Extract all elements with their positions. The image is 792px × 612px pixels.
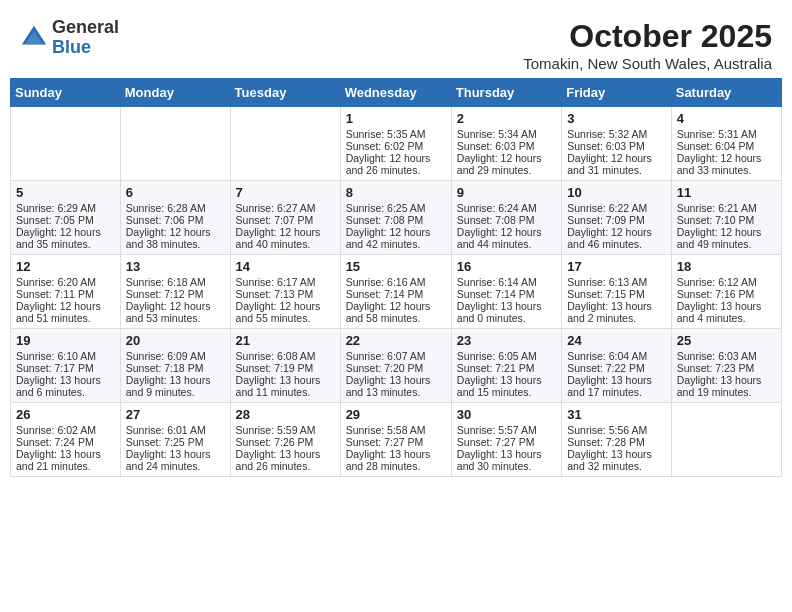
- day-detail: Sunrise: 6:10 AM: [16, 350, 115, 362]
- day-detail: and 44 minutes.: [457, 238, 556, 250]
- day-detail: Sunset: 7:07 PM: [236, 214, 335, 226]
- calendar-cell: 15Sunrise: 6:16 AMSunset: 7:14 PMDayligh…: [340, 255, 451, 329]
- day-detail: and 40 minutes.: [236, 238, 335, 250]
- calendar-cell: 20Sunrise: 6:09 AMSunset: 7:18 PMDayligh…: [120, 329, 230, 403]
- calendar-cell: 13Sunrise: 6:18 AMSunset: 7:12 PMDayligh…: [120, 255, 230, 329]
- day-number: 28: [236, 407, 335, 422]
- day-detail: Daylight: 13 hours: [346, 448, 446, 460]
- day-detail: and 6 minutes.: [16, 386, 115, 398]
- day-detail: Daylight: 12 hours: [16, 300, 115, 312]
- calendar-cell: 8Sunrise: 6:25 AMSunset: 7:08 PMDaylight…: [340, 181, 451, 255]
- day-detail: Sunset: 7:09 PM: [567, 214, 666, 226]
- day-detail: Daylight: 12 hours: [346, 226, 446, 238]
- day-detail: Sunrise: 5:35 AM: [346, 128, 446, 140]
- day-number: 16: [457, 259, 556, 274]
- day-number: 17: [567, 259, 666, 274]
- day-number: 6: [126, 185, 225, 200]
- calendar-table: SundayMondayTuesdayWednesdayThursdayFrid…: [10, 78, 782, 477]
- calendar-cell: 6Sunrise: 6:28 AMSunset: 7:06 PMDaylight…: [120, 181, 230, 255]
- calendar-cell: 18Sunrise: 6:12 AMSunset: 7:16 PMDayligh…: [671, 255, 781, 329]
- day-detail: and 31 minutes.: [567, 164, 666, 176]
- day-detail: Sunrise: 6:27 AM: [236, 202, 335, 214]
- day-number: 20: [126, 333, 225, 348]
- calendar-cell: [120, 107, 230, 181]
- day-detail: Sunset: 7:28 PM: [567, 436, 666, 448]
- weekday-header: Saturday: [671, 79, 781, 107]
- day-detail: Sunrise: 6:17 AM: [236, 276, 335, 288]
- logo: General Blue: [20, 18, 119, 58]
- day-detail: Sunrise: 6:01 AM: [126, 424, 225, 436]
- day-detail: and 26 minutes.: [346, 164, 446, 176]
- calendar-week-row: 26Sunrise: 6:02 AMSunset: 7:24 PMDayligh…: [11, 403, 782, 477]
- calendar-cell: 24Sunrise: 6:04 AMSunset: 7:22 PMDayligh…: [562, 329, 672, 403]
- day-detail: Sunrise: 5:56 AM: [567, 424, 666, 436]
- day-detail: and 58 minutes.: [346, 312, 446, 324]
- calendar-week-row: 19Sunrise: 6:10 AMSunset: 7:17 PMDayligh…: [11, 329, 782, 403]
- day-detail: and 49 minutes.: [677, 238, 776, 250]
- day-detail: Sunrise: 6:03 AM: [677, 350, 776, 362]
- day-detail: Daylight: 13 hours: [346, 374, 446, 386]
- day-detail: Sunset: 7:20 PM: [346, 362, 446, 374]
- day-detail: Sunrise: 6:13 AM: [567, 276, 666, 288]
- day-detail: and 46 minutes.: [567, 238, 666, 250]
- day-detail: Sunset: 7:18 PM: [126, 362, 225, 374]
- day-detail: Sunset: 7:05 PM: [16, 214, 115, 226]
- day-detail: Sunset: 7:27 PM: [457, 436, 556, 448]
- day-number: 30: [457, 407, 556, 422]
- day-detail: and 35 minutes.: [16, 238, 115, 250]
- day-detail: and 2 minutes.: [567, 312, 666, 324]
- day-detail: Daylight: 13 hours: [567, 300, 666, 312]
- day-detail: Sunrise: 5:57 AM: [457, 424, 556, 436]
- day-detail: Daylight: 13 hours: [567, 448, 666, 460]
- day-number: 25: [677, 333, 776, 348]
- day-number: 15: [346, 259, 446, 274]
- day-detail: Sunset: 7:14 PM: [346, 288, 446, 300]
- day-detail: and 53 minutes.: [126, 312, 225, 324]
- calendar-cell: 4Sunrise: 5:31 AMSunset: 6:04 PMDaylight…: [671, 107, 781, 181]
- calendar-cell: 17Sunrise: 6:13 AMSunset: 7:15 PMDayligh…: [562, 255, 672, 329]
- day-detail: Daylight: 13 hours: [567, 374, 666, 386]
- day-detail: Daylight: 12 hours: [567, 152, 666, 164]
- day-number: 18: [677, 259, 776, 274]
- day-detail: and 19 minutes.: [677, 386, 776, 398]
- calendar-cell: [671, 403, 781, 477]
- day-detail: Sunset: 7:23 PM: [677, 362, 776, 374]
- day-detail: Sunset: 7:13 PM: [236, 288, 335, 300]
- day-detail: and 21 minutes.: [16, 460, 115, 472]
- day-detail: Daylight: 12 hours: [236, 226, 335, 238]
- day-detail: and 15 minutes.: [457, 386, 556, 398]
- day-detail: Sunrise: 6:05 AM: [457, 350, 556, 362]
- day-detail: Daylight: 13 hours: [126, 448, 225, 460]
- day-detail: Sunrise: 6:07 AM: [346, 350, 446, 362]
- day-number: 19: [16, 333, 115, 348]
- calendar-cell: 5Sunrise: 6:29 AMSunset: 7:05 PMDaylight…: [11, 181, 121, 255]
- day-detail: and 11 minutes.: [236, 386, 335, 398]
- day-detail: and 17 minutes.: [567, 386, 666, 398]
- day-detail: Daylight: 13 hours: [457, 448, 556, 460]
- day-detail: Daylight: 12 hours: [16, 226, 115, 238]
- day-detail: Daylight: 13 hours: [16, 448, 115, 460]
- day-detail: and 29 minutes.: [457, 164, 556, 176]
- day-detail: Sunset: 7:14 PM: [457, 288, 556, 300]
- calendar-cell: 19Sunrise: 6:10 AMSunset: 7:17 PMDayligh…: [11, 329, 121, 403]
- calendar-cell: 11Sunrise: 6:21 AMSunset: 7:10 PMDayligh…: [671, 181, 781, 255]
- day-detail: Daylight: 13 hours: [457, 374, 556, 386]
- day-detail: Sunrise: 6:28 AM: [126, 202, 225, 214]
- calendar-cell: [11, 107, 121, 181]
- calendar-cell: 26Sunrise: 6:02 AMSunset: 7:24 PMDayligh…: [11, 403, 121, 477]
- calendar-week-row: 1Sunrise: 5:35 AMSunset: 6:02 PMDaylight…: [11, 107, 782, 181]
- calendar-cell: 16Sunrise: 6:14 AMSunset: 7:14 PMDayligh…: [451, 255, 561, 329]
- day-detail: Sunset: 7:19 PM: [236, 362, 335, 374]
- day-detail: Sunrise: 6:14 AM: [457, 276, 556, 288]
- calendar-cell: 25Sunrise: 6:03 AMSunset: 7:23 PMDayligh…: [671, 329, 781, 403]
- day-detail: Sunrise: 6:25 AM: [346, 202, 446, 214]
- weekday-header: Sunday: [11, 79, 121, 107]
- weekday-header: Wednesday: [340, 79, 451, 107]
- calendar-cell: 30Sunrise: 5:57 AMSunset: 7:27 PMDayligh…: [451, 403, 561, 477]
- calendar-cell: 14Sunrise: 6:17 AMSunset: 7:13 PMDayligh…: [230, 255, 340, 329]
- day-detail: Sunset: 6:04 PM: [677, 140, 776, 152]
- day-number: 4: [677, 111, 776, 126]
- calendar-cell: [230, 107, 340, 181]
- day-number: 27: [126, 407, 225, 422]
- logo-text: General Blue: [52, 18, 119, 58]
